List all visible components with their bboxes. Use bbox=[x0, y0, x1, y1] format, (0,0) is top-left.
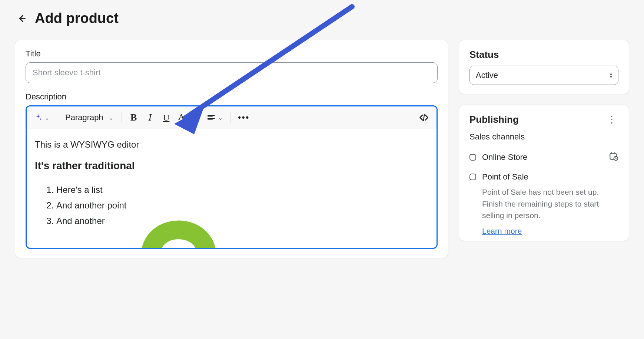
align-button[interactable]: ⌄ bbox=[204, 110, 226, 125]
description-label: Description bbox=[26, 92, 438, 102]
italic-icon: I bbox=[148, 112, 152, 123]
title-input[interactable] bbox=[26, 62, 438, 83]
channel-online-store: Online Store bbox=[469, 147, 618, 168]
learn-more-link[interactable]: Learn more bbox=[482, 227, 522, 236]
toolbar-separator bbox=[122, 112, 122, 123]
vertical-ellipsis-icon: ⋮ bbox=[607, 114, 617, 125]
page-header: Add product bbox=[15, 10, 629, 26]
channel-name: Point of Sale bbox=[482, 172, 528, 182]
pos-help-text: Point of Sale has not been set up. Finis… bbox=[482, 186, 618, 221]
title-label: Title bbox=[26, 49, 438, 59]
list-item: And another point bbox=[56, 199, 428, 212]
schedule-button[interactable] bbox=[609, 151, 618, 163]
list-item: And another bbox=[56, 214, 428, 228]
select-caret-icon: ▴▾ bbox=[610, 72, 612, 79]
sales-channels-label: Sales channels bbox=[469, 132, 618, 142]
publishing-title: Publishing bbox=[469, 114, 519, 125]
chevron-down-icon: ⌄ bbox=[187, 114, 192, 121]
paragraph-style-dropdown[interactable]: Paragraph ⌄ bbox=[62, 113, 117, 122]
text-color-icon: A bbox=[178, 112, 185, 123]
editor-toolbar: ⌄ Paragraph ⌄ B I U A ⌄ bbox=[27, 106, 436, 129]
more-options-button[interactable]: ••• bbox=[235, 110, 252, 125]
underline-button[interactable]: U bbox=[159, 110, 174, 125]
page-title: Add product bbox=[35, 10, 119, 26]
editor-ordered-list: Here's a list And another point And anot… bbox=[35, 183, 428, 228]
arrow-left-icon bbox=[16, 13, 27, 24]
paragraph-label: Paragraph bbox=[65, 113, 103, 122]
ellipsis-icon: ••• bbox=[238, 112, 249, 123]
html-view-button[interactable] bbox=[416, 110, 432, 125]
chevron-down-icon: ⌄ bbox=[218, 114, 223, 121]
channel-point-of-sale: Point of Sale bbox=[469, 168, 618, 186]
calendar-clock-icon bbox=[609, 151, 618, 161]
channel-status-icon bbox=[469, 174, 476, 180]
editor-paragraph: This is a WYSIWYG editor bbox=[35, 138, 428, 151]
code-icon bbox=[419, 112, 429, 123]
bold-icon: B bbox=[130, 112, 137, 123]
chevron-down-icon: ⌄ bbox=[44, 114, 49, 121]
toolbar-separator bbox=[199, 112, 199, 123]
channel-name: Online Store bbox=[482, 152, 527, 162]
back-button[interactable] bbox=[15, 12, 28, 25]
status-card: Status Active ▴▾ bbox=[459, 40, 629, 94]
publishing-card: Publishing ⋮ Sales channels Online Store bbox=[459, 105, 629, 241]
editor-content[interactable]: This is a WYSIWYG editor It's rather tra… bbox=[27, 129, 436, 248]
chevron-down-icon: ⌄ bbox=[109, 114, 113, 121]
toolbar-separator bbox=[57, 112, 57, 123]
align-left-icon bbox=[207, 113, 216, 122]
publishing-actions-button[interactable]: ⋮ bbox=[605, 114, 618, 125]
underline-icon: U bbox=[163, 113, 169, 123]
status-selected-value: Active bbox=[476, 70, 498, 80]
list-item: Here's a list bbox=[56, 183, 428, 197]
ai-magic-button[interactable]: ⌄ bbox=[31, 110, 52, 125]
bold-button[interactable]: B bbox=[126, 110, 141, 125]
status-select[interactable]: Active ▴▾ bbox=[469, 66, 618, 85]
rich-text-editor: ⌄ Paragraph ⌄ B I U A ⌄ bbox=[26, 105, 438, 249]
italic-button[interactable]: I bbox=[143, 110, 157, 125]
status-title: Status bbox=[469, 49, 618, 60]
text-color-button[interactable]: A ⌄ bbox=[175, 110, 195, 125]
editor-heading: It's rather traditional bbox=[35, 158, 428, 174]
channel-status-icon bbox=[469, 154, 476, 161]
sparkle-icon bbox=[34, 113, 42, 122]
toolbar-separator bbox=[230, 112, 230, 123]
product-info-card: Title Description ⌄ bbox=[15, 40, 448, 258]
